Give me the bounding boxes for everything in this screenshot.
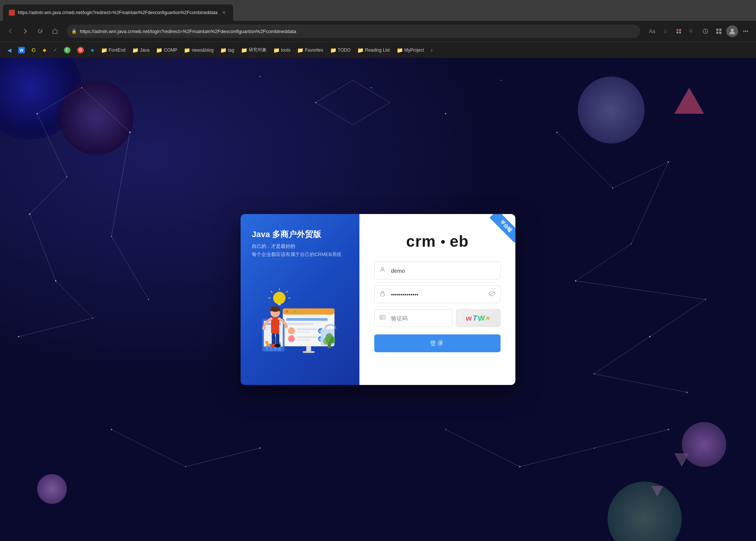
- bookmark-item-g[interactable]: G: [29, 45, 39, 55]
- update-button[interactable]: [700, 25, 711, 37]
- svg-line-65: [446, 430, 520, 467]
- folder-icon: 📁: [330, 47, 336, 53]
- bookmark-item-c[interactable]: C: [61, 45, 74, 55]
- bookmark-label: Favorites: [305, 48, 323, 53]
- svg-point-34: [501, 80, 502, 81]
- svg-line-51: [557, 132, 613, 188]
- active-tab[interactable]: https://admin.wm.java.crmeb.net/login?re…: [3, 4, 233, 21]
- extensions-button[interactable]: [673, 25, 685, 37]
- svg-line-56: [650, 299, 706, 337]
- bookmark-item-research[interactable]: 📁 研究对象: [238, 45, 270, 55]
- bookmark-label: news&blog: [192, 48, 214, 53]
- bookmark-item-hao[interactable]: ◆: [40, 46, 49, 54]
- bookmark-item-favorites[interactable]: 📁 Favorites: [294, 46, 326, 55]
- svg-point-82: [288, 327, 295, 334]
- svg-point-109: [284, 325, 288, 328]
- svg-line-53: [631, 162, 668, 244]
- svg-line-54: [576, 244, 631, 281]
- bookmark-label: FontEnd: [109, 48, 126, 53]
- svg-line-52: [613, 162, 668, 188]
- user-icon: [379, 267, 385, 274]
- svg-rect-87: [297, 336, 317, 338]
- svg-rect-121: [380, 315, 385, 319]
- svg-line-43: [82, 88, 130, 132]
- svg-point-78: [290, 311, 292, 313]
- svg-line-48: [56, 281, 93, 318]
- bookmark-item-fontend[interactable]: 📁 FontEnd: [98, 46, 128, 55]
- reload-button[interactable]: [34, 25, 46, 37]
- captcha-group: wTW×: [374, 309, 501, 327]
- folder-icon: 📁: [241, 47, 247, 53]
- nav-bar: 🔒 https://admin.wm.java.crmeb.net/login?…: [0, 21, 756, 42]
- svg-point-77: [286, 311, 288, 313]
- svg-line-45: [30, 177, 67, 214]
- login-button[interactable]: 登录: [374, 334, 501, 352]
- svg-rect-100: [265, 346, 268, 351]
- password-input[interactable]: [374, 285, 501, 303]
- svg-rect-0: [677, 29, 678, 31]
- bookmark-item-todo[interactable]: 📁 TODO: [327, 46, 353, 55]
- folder-icon: 📁: [273, 47, 280, 53]
- svg-point-117: [330, 337, 336, 344]
- captcha-input[interactable]: [374, 309, 452, 327]
- favorites-button[interactable]: ☆: [659, 25, 671, 37]
- bookmark-item-check[interactable]: ✓: [50, 46, 60, 54]
- bookmark-item-java[interactable]: 📁 Java: [129, 46, 152, 55]
- svg-point-68: [273, 292, 286, 304]
- svg-line-72: [286, 291, 288, 293]
- bookmark-item-arrow[interactable]: ◀: [4, 46, 14, 55]
- svg-rect-1: [679, 29, 681, 31]
- captcha-image[interactable]: wTW×: [456, 309, 501, 327]
- svg-rect-84: [297, 331, 310, 333]
- lock-icon: 🔒: [71, 29, 77, 34]
- folder-icon: 📁: [101, 47, 107, 53]
- ribbon-text: 平台端: [489, 214, 515, 243]
- svg-point-86: [288, 335, 295, 342]
- bookmark-item-g2[interactable]: G: [74, 45, 87, 55]
- svg-point-113: [274, 344, 281, 347]
- more-options-button[interactable]: •••: [740, 25, 752, 37]
- login-right-panel: 平台端 crm eb: [359, 214, 515, 385]
- back-button[interactable]: [4, 25, 16, 37]
- tab-close-button[interactable]: ✕: [221, 9, 227, 16]
- forward-button[interactable]: [19, 25, 31, 37]
- username-input[interactable]: [374, 262, 501, 279]
- user-avatar[interactable]: [726, 25, 738, 37]
- svg-rect-6: [716, 29, 718, 31]
- svg-line-71: [271, 291, 273, 293]
- address-bar[interactable]: 🔒 https://admin.wm.java.crmeb.net/login?…: [67, 25, 640, 38]
- svg-line-60: [353, 80, 390, 103]
- bookmark-item-w[interactable]: W: [15, 45, 28, 55]
- bookmark-label: Java: [140, 48, 149, 53]
- svg-rect-107: [271, 317, 279, 334]
- bookmark-item-comp[interactable]: 📁 COMP: [153, 46, 180, 55]
- svg-line-59: [316, 80, 353, 103]
- bookmark-item-readinglist[interactable]: 📁 Reading List: [354, 46, 393, 55]
- svg-rect-98: [265, 337, 269, 340]
- svg-rect-83: [297, 328, 317, 330]
- translate-button[interactable]: G: [686, 25, 698, 37]
- folder-icon: 📁: [397, 47, 403, 53]
- profile-button[interactable]: [713, 25, 725, 37]
- svg-rect-8: [716, 32, 718, 34]
- bookmark-item-newsblog[interactable]: 📁 news&blog: [181, 46, 216, 55]
- bookmark-label: TODO: [338, 48, 351, 53]
- bookmark-item-n[interactable]: ◈: [88, 46, 97, 54]
- bookmark-item-tools[interactable]: 📁 tools: [270, 46, 293, 55]
- svg-point-32: [371, 87, 372, 88]
- svg-line-64: [186, 448, 260, 467]
- svg-line-55: [576, 281, 706, 299]
- bookmark-item-myproject[interactable]: 📁 MyProject: [394, 46, 427, 55]
- bookmarks-more-button[interactable]: ›: [428, 45, 436, 55]
- home-button[interactable]: [49, 25, 61, 37]
- svg-rect-2: [677, 32, 678, 33]
- svg-rect-3: [679, 32, 681, 33]
- password-toggle-button[interactable]: [489, 291, 495, 298]
- svg-rect-119: [381, 293, 384, 296]
- address-text: https://admin.wm.java.crmeb.net/login?re…: [80, 29, 636, 34]
- lock-field-icon: [379, 291, 385, 298]
- reader-mode-button[interactable]: Aa: [646, 25, 658, 37]
- bookmark-item-tag[interactable]: 📁 tag: [217, 46, 237, 55]
- login-illustration: [252, 265, 348, 370]
- brand-text: crm eb: [406, 233, 469, 250]
